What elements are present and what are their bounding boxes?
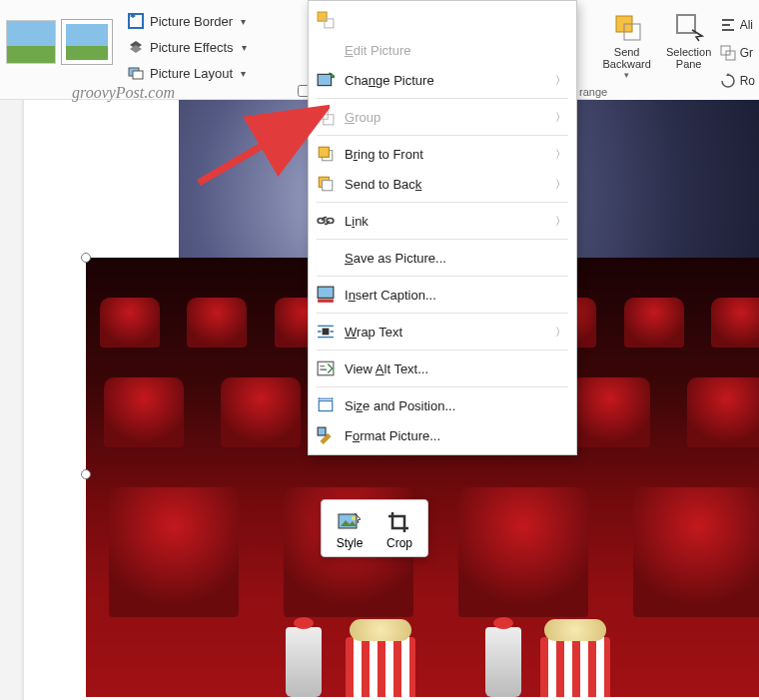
label: Format Picture... (345, 428, 566, 443)
separator (317, 313, 568, 314)
picture-tools-group: Picture Border▾ Picture Effects▾ Picture… (128, 8, 247, 86)
arrange-group: Send Backward ▾ Selection Pane Ali Gr Ro (596, 0, 759, 100)
picture-border-dropdown[interactable]: Picture Border▾ (128, 8, 247, 34)
chevron-down-icon: ▾ (624, 70, 629, 80)
selection-pane-button[interactable]: Selection Pane (658, 8, 720, 100)
label: Size and Position... (345, 398, 566, 413)
label: Edit Picture (345, 43, 566, 58)
context-menu: Edit Picture Change Picture 〉 Group 〉 Br… (308, 0, 577, 455)
label: Wrap Text (345, 325, 545, 340)
menu-item-link[interactable]: Link 〉 (309, 206, 576, 236)
label: Group (345, 110, 545, 125)
label: Picture Layout (150, 66, 233, 81)
separator (317, 350, 568, 350)
svg-rect-22 (323, 329, 330, 336)
svg-line-8 (199, 115, 315, 183)
svg-rect-24 (319, 401, 333, 411)
separator (317, 202, 568, 203)
picture-effects-icon (128, 39, 144, 55)
menu-item-change-picture[interactable]: Change Picture 〉 (309, 65, 576, 95)
svg-rect-21 (318, 300, 334, 303)
link-icon (317, 212, 335, 230)
group-dropdown[interactable]: Gr (720, 42, 755, 64)
separator (317, 386, 568, 387)
label: View Alt Text... (345, 361, 566, 376)
label: Link (345, 214, 545, 229)
style-button[interactable]: Style (326, 506, 374, 554)
picture-border-icon (128, 13, 144, 29)
submenu-indicator-icon: 〉 (555, 214, 566, 229)
arrange-extra: Ali Gr Ro (720, 8, 759, 100)
menu-item-edit-picture: Edit Picture (309, 35, 576, 65)
align-icon (720, 17, 736, 33)
menu-item-wrap-text[interactable]: Wrap Text 〉 (309, 317, 576, 347)
picture-styles-gallery[interactable] (0, 20, 112, 64)
menu-item-save-as-picture[interactable]: Save as Picture... (309, 243, 576, 273)
watermark: groovyPost.com (72, 84, 175, 102)
separator (317, 276, 568, 277)
selection-handle[interactable] (81, 253, 91, 263)
label: Send Backward (596, 46, 658, 70)
send-backward-icon (612, 12, 642, 42)
separator (317, 135, 568, 136)
change-picture-icon (317, 71, 335, 89)
menu-item-group: Group 〉 (309, 102, 576, 132)
label: Selection Pane (658, 46, 720, 70)
align-dropdown[interactable]: Ali (720, 14, 755, 36)
label: Style (337, 536, 364, 550)
label: Picture Border (150, 14, 233, 29)
selection-handle[interactable] (81, 469, 91, 479)
rotate-icon (720, 73, 736, 89)
chevron-down-icon: ▾ (241, 16, 246, 27)
menu-item-size-and-position[interactable]: Size and Position... (309, 390, 576, 420)
rotate-dropdown[interactable]: Ro (720, 70, 755, 92)
label: Crop (386, 536, 412, 550)
svg-point-27 (352, 516, 356, 520)
group-icon (720, 45, 736, 61)
label: Save as Picture... (345, 251, 566, 266)
crop-button[interactable]: Crop (376, 506, 423, 554)
submenu-indicator-icon: 〉 (555, 147, 566, 162)
separator (317, 239, 568, 240)
mini-toolbar: Style Crop (321, 499, 428, 557)
label: Ali (740, 18, 753, 32)
svg-rect-23 (318, 361, 334, 375)
menu-item-send-to-back[interactable]: Send to Back 〉 (309, 169, 576, 199)
svg-rect-20 (318, 287, 334, 298)
menu-item-view-alt-text[interactable]: View Alt Text... (309, 353, 576, 383)
picture-style-thumb[interactable] (6, 20, 56, 64)
svg-rect-11 (318, 74, 332, 85)
label: Bring to Front (345, 147, 545, 162)
label: Insert Caption... (345, 288, 566, 303)
svg-rect-9 (318, 12, 327, 21)
alt-text-icon (317, 359, 335, 377)
submenu-indicator-icon: 〉 (555, 73, 566, 88)
picture-layout-icon (128, 65, 144, 81)
submenu-indicator-icon: 〉 (555, 325, 566, 340)
menu-item-insert-caption[interactable]: Insert Caption... (309, 280, 576, 310)
submenu-indicator-icon: 〉 (555, 110, 566, 125)
picture-style-thumb-selected[interactable] (62, 20, 112, 64)
picture-layout-dropdown[interactable]: Picture Layout▾ (128, 60, 247, 86)
separator (317, 98, 568, 99)
chevron-down-icon: ▾ (241, 68, 246, 79)
svg-point-19 (327, 219, 334, 224)
label: Ro (740, 74, 755, 88)
menu-item-layout-options (309, 5, 576, 35)
annotation-arrow (195, 105, 330, 190)
crop-icon (386, 510, 412, 536)
svg-point-18 (318, 219, 325, 224)
menu-item-bring-to-front[interactable]: Bring to Front 〉 (309, 139, 576, 169)
size-position-icon (317, 396, 335, 414)
layout-icon (317, 11, 335, 29)
label: Change Picture (345, 73, 545, 88)
chevron-down-icon: ▾ (242, 42, 247, 53)
label: Gr (740, 46, 753, 60)
picture-effects-dropdown[interactable]: Picture Effects▾ (128, 34, 247, 60)
submenu-indicator-icon: 〉 (555, 177, 566, 192)
selection-pane-icon (674, 12, 704, 42)
svg-rect-2 (133, 71, 143, 79)
menu-item-format-picture[interactable]: Format Picture... (309, 420, 576, 450)
wrap-text-icon (317, 323, 335, 341)
insert-caption-icon (317, 286, 335, 304)
